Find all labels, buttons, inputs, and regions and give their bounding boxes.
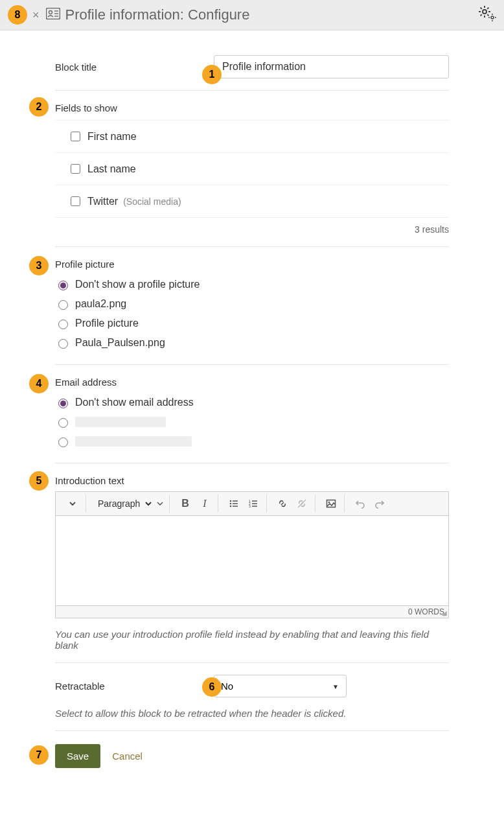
radio-paula-paulsen[interactable]	[58, 339, 68, 349]
word-count: 0 WORDS	[408, 607, 444, 616]
field-label: First name	[87, 131, 137, 143]
redacted-email-1	[75, 417, 166, 427]
field-row-last-name[interactable]: Last name	[55, 153, 449, 185]
svg-point-19	[230, 500, 232, 502]
results-count: 3 results	[55, 224, 449, 235]
svg-point-23	[230, 506, 232, 508]
radio-label: Paula_Paulsen.png	[75, 337, 165, 349]
link-icon[interactable]	[273, 495, 292, 513]
section-block-title: Block title 1	[55, 43, 449, 91]
field-label: Last name	[87, 163, 136, 175]
bold-icon[interactable]: B	[176, 495, 194, 513]
section-email-address: 4 Email address Don't show email address	[55, 365, 449, 463]
svg-line-13	[487, 8, 488, 9]
checkbox-twitter[interactable]	[71, 196, 80, 206]
radio-email-1[interactable]	[58, 418, 68, 428]
marker-1: 1	[202, 65, 222, 84]
cancel-button[interactable]: Cancel	[112, 751, 143, 762]
svg-point-14	[491, 16, 494, 19]
redo-icon[interactable]	[371, 495, 389, 513]
save-button[interactable]: Save	[55, 744, 100, 768]
block-title-input[interactable]	[214, 55, 449, 78]
undo-icon[interactable]	[351, 495, 369, 513]
editor-footer: 0 WORDS ◢	[55, 606, 449, 618]
dialog-body: Block title 1 2 Fields to show First nam…	[0, 30, 504, 807]
radio-label: Don't show a profile picture	[75, 279, 200, 290]
field-note: (Social media)	[123, 196, 181, 207]
svg-line-12	[481, 14, 482, 16]
settings-gears-icon[interactable]	[478, 5, 496, 24]
radio-row-no-picture[interactable]: Don't show a profile picture	[55, 275, 449, 294]
radio-row-email-2[interactable]	[55, 432, 449, 451]
radio-row-paula2[interactable]: paula2.png	[55, 294, 449, 314]
profile-picture-label: Profile picture	[55, 259, 449, 270]
editor-toolbar: Paragraph B I 123	[55, 491, 449, 515]
svg-point-1	[49, 11, 52, 14]
marker-7: 7	[29, 745, 49, 765]
radio-no-email[interactable]	[58, 399, 68, 408]
marker-4: 4	[29, 374, 49, 393]
radio-row-paula-paulsen[interactable]: Paula_Paulsen.png	[55, 333, 449, 353]
resize-handle-icon[interactable]: ◢	[442, 609, 447, 616]
paragraph-select[interactable]: Paragraph	[93, 495, 154, 512]
radio-row-no-email[interactable]: Don't show email address	[55, 393, 449, 412]
unlink-icon[interactable]	[293, 495, 311, 513]
dialog-title-text: Profile information: Configure	[65, 6, 250, 23]
dialog-actions: 7 Save Cancel	[55, 744, 449, 768]
introduction-label: Introduction text	[55, 475, 449, 486]
retractable-help-text: Select to allow this block to be retract…	[55, 708, 449, 719]
editor-textarea[interactable]	[55, 515, 449, 606]
field-label: Twitter	[87, 196, 118, 207]
checkbox-last-name[interactable]	[71, 164, 80, 174]
more-tools-icon[interactable]	[63, 495, 82, 513]
svg-line-11	[487, 14, 488, 16]
introduction-help-text: You can use your introduction profile fi…	[55, 629, 449, 651]
section-introduction-text: 5 Introduction text Paragraph B I	[55, 463, 449, 663]
numbered-list-icon[interactable]: 123	[244, 495, 262, 513]
radio-label: Profile picture	[75, 318, 139, 329]
marker-3: 3	[29, 256, 49, 275]
fields-to-show-label: Fields to show	[55, 102, 449, 113]
profile-picture-radio-group: Don't show a profile picture paula2.png …	[55, 275, 449, 353]
section-profile-picture: 3 Profile picture Don't show a profile p…	[55, 247, 449, 365]
radio-profile-picture[interactable]	[58, 320, 68, 329]
radio-no-picture[interactable]	[58, 281, 68, 290]
svg-point-33	[328, 502, 330, 504]
svg-text:3: 3	[249, 504, 251, 508]
image-icon[interactable]	[322, 495, 340, 513]
marker-2: 2	[29, 97, 49, 117]
bullet-list-icon[interactable]	[225, 495, 243, 513]
close-icon[interactable]: ×	[32, 8, 40, 22]
marker-5: 5	[29, 471, 49, 491]
chevron-down-icon[interactable]	[155, 495, 165, 513]
marker-6: 6	[202, 677, 222, 697]
checkbox-first-name[interactable]	[71, 132, 80, 141]
svg-line-10	[481, 8, 482, 9]
section-retractable: Retractable 6 No Select to allow this bl…	[55, 663, 449, 731]
italic-icon[interactable]: I	[196, 495, 214, 513]
radio-label: paula2.png	[75, 298, 126, 310]
radio-paula2[interactable]	[58, 300, 68, 310]
field-row-first-name[interactable]: First name	[55, 121, 449, 153]
radio-row-email-1[interactable]	[55, 412, 449, 432]
dialog-header: 8 × Profile information: Configure	[0, 0, 504, 30]
radio-email-2[interactable]	[58, 438, 68, 447]
radio-row-profile-picture[interactable]: Profile picture	[55, 314, 449, 333]
dialog-title: Profile information: Configure	[46, 6, 250, 23]
retractable-label: Retractable	[55, 681, 214, 692]
block-title-label: Block title	[55, 62, 214, 73]
marker-8: 8	[8, 5, 27, 25]
profile-card-icon	[46, 6, 60, 23]
email-radio-group: Don't show email address	[55, 393, 449, 451]
svg-point-5	[483, 10, 487, 14]
retractable-select[interactable]: No	[214, 675, 347, 697]
email-address-label: Email address	[55, 377, 449, 388]
svg-point-21	[230, 503, 232, 505]
redacted-email-2	[75, 436, 192, 447]
field-row-twitter[interactable]: Twitter (Social media)	[55, 185, 449, 218]
fields-list: First name Last name Twitter (Social med…	[55, 120, 449, 218]
section-fields-to-show: 2 Fields to show First name Last name Tw…	[55, 91, 449, 247]
radio-label: Don't show email address	[75, 397, 194, 408]
